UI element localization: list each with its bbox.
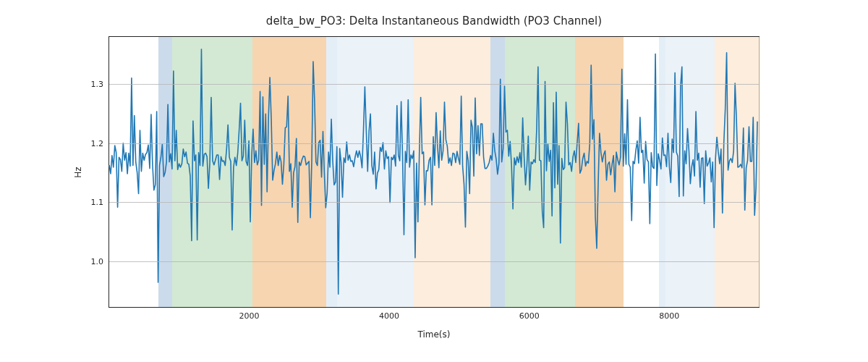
gridline <box>109 143 759 144</box>
gridline <box>109 261 759 262</box>
plot-area: 1.01.11.21.32000400060008000 <box>109 36 760 308</box>
x-tick-label: 4000 <box>379 307 399 321</box>
y-axis-label: Hz <box>71 36 85 308</box>
plot-svg <box>109 37 759 307</box>
y-tick-label: 1.2 <box>91 138 110 148</box>
y-tick-label: 1.0 <box>91 256 110 266</box>
y-tick-label: 1.3 <box>91 80 110 89</box>
x-tick-label: 2000 <box>239 307 260 321</box>
gridline <box>109 84 759 85</box>
x-tick-label: 6000 <box>519 307 540 321</box>
y-tick-label: 1.1 <box>91 198 110 207</box>
gridline <box>109 202 759 203</box>
figure: delta_bw_PO3: Delta Instantaneous Bandwi… <box>0 0 868 362</box>
series-line <box>109 49 757 294</box>
x-tick-label: 8000 <box>659 307 679 321</box>
chart-title: delta_bw_PO3: Delta Instantaneous Bandwi… <box>0 14 868 28</box>
x-axis-label: Time(s) <box>109 329 760 340</box>
